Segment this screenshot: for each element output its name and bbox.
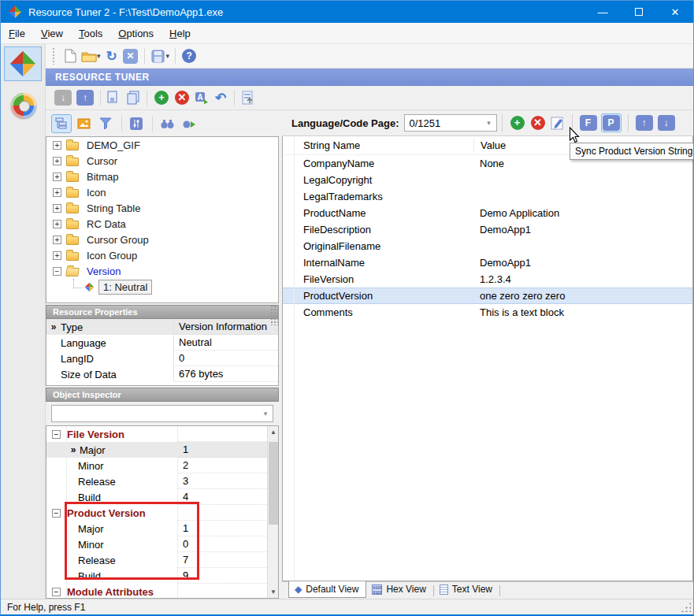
table-row[interactable]: Comments This is a text block: [283, 304, 692, 321]
expand-plus-icon[interactable]: [53, 188, 61, 197]
chevron-down-icon[interactable]: ▾: [482, 119, 496, 127]
resource-properties-panel: » Type Version Information Language Neut…: [46, 319, 279, 386]
grid-row[interactable]: Minor 2: [46, 458, 267, 473]
table-row[interactable]: InternalName DemoApp1: [283, 254, 692, 271]
tree-item-version[interactable]: Version: [46, 263, 278, 279]
undo-button[interactable]: ↶: [215, 90, 226, 106]
collapse-minus-icon[interactable]: [53, 267, 61, 276]
menu-view[interactable]: View: [33, 24, 71, 43]
menu-file[interactable]: File: [1, 24, 33, 43]
table-row[interactable]: LegalCopyright: [283, 172, 692, 188]
main-toolbar: ▾ ↻ ✕ ▾ ?: [46, 44, 693, 69]
change-language-button[interactable]: A: [192, 88, 211, 107]
tree-item-rc-data[interactable]: RC Data: [46, 216, 278, 232]
menu-help[interactable]: Help: [161, 24, 199, 43]
refresh-button[interactable]: ↻: [102, 46, 121, 65]
move-down-button[interactable]: ↓: [54, 90, 72, 106]
find-button[interactable]: [157, 114, 177, 133]
tab-hex-view[interactable]: 01010101 Hex View: [366, 582, 432, 597]
close-button[interactable]: ✕: [657, 1, 693, 23]
expand-plus-icon[interactable]: [53, 251, 61, 260]
current-row-marker: »: [46, 321, 61, 332]
collapse-minus-icon[interactable]: [52, 588, 61, 596]
open-dropdown-arrow-icon[interactable]: ▾: [97, 52, 101, 60]
sync-product-version-hover: P: [601, 113, 622, 132]
chevron-down-icon[interactable]: ▾: [258, 410, 273, 417]
grid-row[interactable]: Release 3: [46, 473, 267, 489]
help-button[interactable]: ?: [180, 46, 199, 65]
scroll-up-icon[interactable]: ▲: [268, 426, 279, 438]
maximize-button[interactable]: [621, 1, 657, 23]
scrollbar-thumb[interactable]: [269, 442, 278, 525]
expand-plus-icon[interactable]: [53, 204, 61, 213]
table-row[interactable]: ProductName Demo Application: [283, 205, 692, 221]
tree-item-icon-group[interactable]: Icon Group: [46, 247, 278, 263]
copy-all-button[interactable]: [124, 88, 143, 107]
preview-pane-button[interactable]: [73, 114, 94, 133]
tree-item-version-neutral[interactable]: 1: Neutral: [46, 279, 278, 295]
tree-item-bitmap[interactable]: Bitmap: [46, 169, 278, 184]
delete-string-button[interactable]: ✕: [531, 116, 545, 130]
object-inspector-scrollbar[interactable]: ▲ ▼: [267, 426, 278, 598]
table-row-selected[interactable]: ProductVersion one zero zero zero: [283, 288, 692, 304]
tree-item-cursor[interactable]: Cursor: [46, 153, 278, 169]
copy-resource-button[interactable]: [105, 88, 124, 107]
language-code-page-combobox[interactable]: 0/1251 ▾: [404, 114, 497, 132]
column-header-string-name[interactable]: String Name: [283, 139, 473, 151]
grid-row[interactable]: » Major 1: [46, 442, 267, 458]
sidebar-color-wheel-button[interactable]: [11, 93, 36, 118]
expand-plus-icon[interactable]: [53, 141, 61, 150]
expand-plus-icon[interactable]: [53, 236, 61, 244]
tree-item-string-table[interactable]: String Table: [46, 200, 278, 216]
find-next-button[interactable]: [179, 114, 199, 133]
expand-plus-icon[interactable]: [53, 173, 61, 181]
expand-plus-icon[interactable]: [53, 157, 61, 165]
table-row[interactable]: FileVersion 1.2.3.4: [283, 271, 692, 288]
collapse-minus-icon[interactable]: [52, 509, 61, 518]
property-row[interactable]: LangID 0: [46, 351, 278, 366]
object-selector-combobox[interactable]: ▾: [51, 405, 273, 422]
new-file-button[interactable]: [61, 46, 80, 65]
delete-resource-button[interactable]: ✕: [175, 91, 189, 105]
options-button[interactable]: [126, 114, 147, 133]
add-resource-button[interactable]: +: [154, 91, 169, 105]
edit-string-button[interactable]: [548, 113, 567, 132]
sync-file-version-button[interactable]: F: [580, 115, 597, 131]
tree-item-demo-gif[interactable]: DEMO_GIF: [46, 137, 278, 153]
scroll-down-icon[interactable]: ▼: [268, 586, 279, 598]
resize-grip[interactable]: [681, 602, 691, 612]
table-row[interactable]: FileDescription DemoApp1: [283, 221, 692, 238]
close-file-icon: ✕: [123, 49, 138, 64]
tree-item-cursor-group[interactable]: Cursor Group: [46, 232, 278, 247]
string-up-button[interactable]: ↑: [636, 115, 653, 131]
add-string-button[interactable]: +: [510, 116, 525, 130]
group-row-file-version[interactable]: File Version: [46, 426, 267, 442]
tree-view-button[interactable]: [51, 114, 72, 133]
tab-default-view[interactable]: ◆ Default View: [288, 581, 366, 598]
open-file-button[interactable]: [80, 46, 98, 65]
property-row[interactable]: Language Neutral: [46, 335, 278, 351]
collapse-minus-icon[interactable]: [52, 430, 61, 439]
save-button[interactable]: [149, 46, 168, 65]
table-row[interactable]: OriginalFilename: [283, 238, 692, 254]
table-row[interactable]: LegalTrademarks: [283, 188, 692, 205]
expand-plus-icon[interactable]: [53, 220, 61, 228]
tab-text-view[interactable]: Text View: [434, 582, 499, 597]
move-up-button[interactable]: ↑: [76, 90, 94, 106]
toolbar-grip[interactable]: [52, 47, 56, 65]
menu-tools[interactable]: Tools: [71, 24, 110, 43]
resource-script-button[interactable]: [239, 88, 258, 107]
property-row[interactable]: Size of Data 676 bytes: [46, 366, 278, 382]
close-file-button[interactable]: ✕: [121, 46, 140, 65]
sidebar-resource-tuner-button[interactable]: [4, 46, 42, 81]
menu-options[interactable]: Options: [110, 24, 161, 43]
minimize-button[interactable]: —: [585, 1, 621, 23]
splitter-grip[interactable]: [270, 305, 279, 325]
property-row[interactable]: » Type Version Information: [46, 319, 278, 335]
filter-button[interactable]: [95, 114, 116, 133]
group-row-module-attributes[interactable]: Module Attributes: [46, 584, 267, 599]
string-down-button[interactable]: ↓: [658, 115, 675, 131]
tree-item-icon[interactable]: Icon: [46, 184, 278, 200]
save-dropdown-arrow-icon[interactable]: ▾: [166, 52, 170, 60]
sync-product-version-button[interactable]: P: [603, 115, 620, 131]
